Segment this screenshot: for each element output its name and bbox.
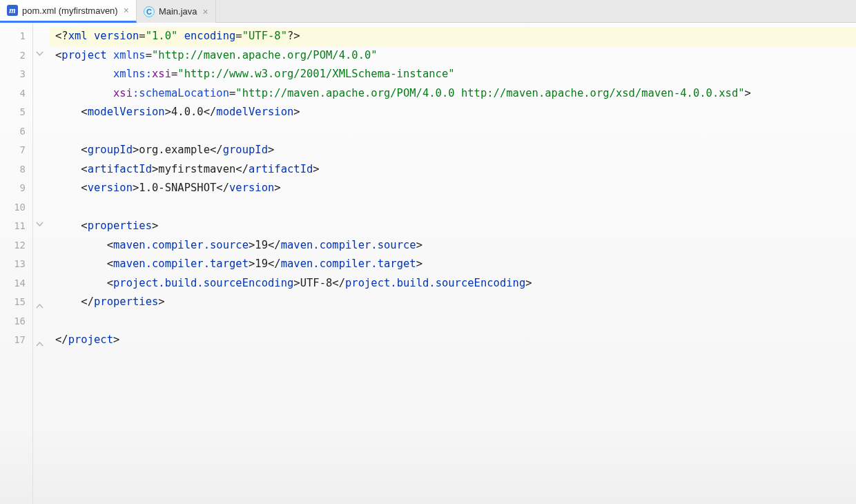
- code-line[interactable]: </properties>: [55, 293, 856, 312]
- maven-icon: m: [7, 5, 18, 16]
- token: groupId: [88, 144, 133, 156]
- code-line[interactable]: [55, 122, 856, 142]
- code-line[interactable]: <modelVersion>4.0.0</modelVersion>: [55, 103, 856, 122]
- token: <: [81, 163, 87, 175]
- code-line[interactable]: <?xml version="1.0" encoding="UTF-8"?>: [50, 27, 856, 46]
- fold-close-icon[interactable]: [36, 342, 43, 347]
- token: UTF-8: [300, 277, 333, 289]
- code-line[interactable]: [55, 198, 856, 217]
- token: </: [216, 182, 229, 194]
- line-number[interactable]: 13: [0, 255, 32, 274]
- token: >: [165, 106, 171, 118]
- token: project: [61, 49, 113, 61]
- token: 19: [255, 258, 268, 270]
- line-number[interactable]: 7: [0, 141, 32, 160]
- code-line[interactable]: xsi:schemaLocation="http://maven.apache.…: [55, 84, 856, 104]
- line-number[interactable]: 16: [0, 312, 32, 331]
- token: 1.0-SNAPSHOT: [139, 182, 216, 194]
- line-number[interactable]: 8: [0, 160, 32, 180]
- token: :schemaLocation: [133, 87, 229, 99]
- token: maven.compiler.source: [281, 239, 416, 251]
- token: 19: [255, 239, 268, 251]
- code-line[interactable]: <artifactId>myfirstmaven</artifactId>: [55, 160, 856, 180]
- token: encoding: [177, 30, 235, 42]
- token: myfirstmaven: [158, 163, 235, 175]
- close-icon[interactable]: ×: [202, 7, 210, 17]
- editor-tab[interactable]: CMain.java×: [137, 0, 216, 23]
- token: [55, 182, 81, 194]
- code-line[interactable]: <maven.compiler.source>19</maven.compile…: [55, 236, 856, 255]
- token: project.build.sourceEncoding: [345, 277, 525, 289]
- token: >: [249, 258, 255, 270]
- code-line[interactable]: <project xmlns="http://maven.apache.org/…: [55, 46, 856, 66]
- code-line[interactable]: <project.build.sourceEncoding>UTF-8</pro…: [55, 274, 856, 293]
- token: xmlns: [113, 49, 146, 61]
- code-area[interactable]: <?xml version="1.0" encoding="UTF-8"?><p…: [50, 23, 856, 504]
- code-line[interactable]: [55, 312, 856, 331]
- token: [55, 295, 81, 308]
- token: [55, 163, 81, 175]
- token: "1.0": [146, 30, 178, 42]
- code-line[interactable]: xmlns:xsi="http://www.w3.org/2001/XMLSch…: [55, 65, 856, 84]
- code-editor[interactable]: 1234567891011121314151617 <?xml version=…: [0, 23, 856, 504]
- line-number[interactable]: 10: [0, 198, 32, 217]
- token: </: [332, 277, 345, 289]
- token: "http://maven.apache.org/POM/4.0.0 http:…: [235, 87, 744, 99]
- fold-open-icon[interactable]: [36, 222, 43, 226]
- line-number-gutter[interactable]: 1234567891011121314151617: [0, 23, 33, 504]
- token: >: [274, 182, 280, 194]
- token: artifactId: [88, 163, 152, 175]
- token: >: [113, 333, 119, 346]
- editor-tab[interactable]: mpom.xml (myfirstmaven)×: [0, 0, 137, 23]
- token: </: [81, 295, 94, 308]
- token: ?>: [287, 30, 300, 42]
- close-icon[interactable]: ×: [122, 6, 130, 15]
- token: >: [133, 182, 139, 194]
- token: "http://www.w3.org/2001/XMLSchema-instan…: [177, 68, 454, 80]
- code-line[interactable]: <version>1.0-SNAPSHOT</version>: [55, 179, 856, 198]
- token: <: [55, 49, 61, 61]
- token: "UTF-8": [242, 30, 287, 42]
- tab-label: Main.java: [159, 6, 197, 17]
- line-number[interactable]: 2: [0, 46, 32, 66]
- line-number[interactable]: 3: [0, 65, 32, 84]
- token: project: [68, 333, 113, 346]
- code-line[interactable]: <groupId>org.example</groupId>: [55, 141, 856, 160]
- token: "http://maven.apache.org/POM/4.0.0": [152, 49, 378, 61]
- token: version: [229, 182, 274, 194]
- token: [55, 220, 81, 232]
- token: >: [293, 106, 300, 118]
- token: [55, 144, 81, 156]
- fold-open-icon[interactable]: [36, 51, 43, 56]
- fold-strip[interactable]: [33, 23, 50, 504]
- token: >: [158, 295, 164, 308]
- token: >: [745, 87, 751, 99]
- fold-close-icon[interactable]: [36, 304, 43, 309]
- token: [55, 87, 113, 99]
- token: =: [235, 30, 242, 42]
- line-number[interactable]: 5: [0, 103, 32, 122]
- token: </: [55, 333, 68, 346]
- line-number[interactable]: 11: [0, 217, 32, 236]
- line-number[interactable]: 15: [0, 293, 32, 312]
- line-number[interactable]: 17: [0, 331, 32, 350]
- token: =: [146, 49, 152, 61]
- token: org.example: [139, 144, 210, 156]
- line-number[interactable]: 14: [0, 274, 32, 293]
- line-number[interactable]: 12: [0, 236, 32, 255]
- line-number[interactable]: 1: [0, 27, 32, 46]
- code-line[interactable]: <properties>: [55, 217, 856, 236]
- token: =: [139, 30, 145, 42]
- editor-tabbar: mpom.xml (myfirstmaven)×CMain.java×: [0, 0, 856, 23]
- line-number[interactable]: 4: [0, 84, 32, 104]
- line-number[interactable]: 6: [0, 122, 32, 142]
- token: xsi: [113, 87, 133, 99]
- code-line[interactable]: </project>: [55, 331, 856, 350]
- token: <?: [55, 30, 68, 42]
- token: <: [107, 239, 113, 251]
- token: <: [81, 106, 87, 118]
- token: [55, 258, 107, 270]
- token: <: [107, 277, 113, 289]
- code-line[interactable]: <maven.compiler.target>19</maven.compile…: [55, 255, 856, 274]
- line-number[interactable]: 9: [0, 179, 32, 198]
